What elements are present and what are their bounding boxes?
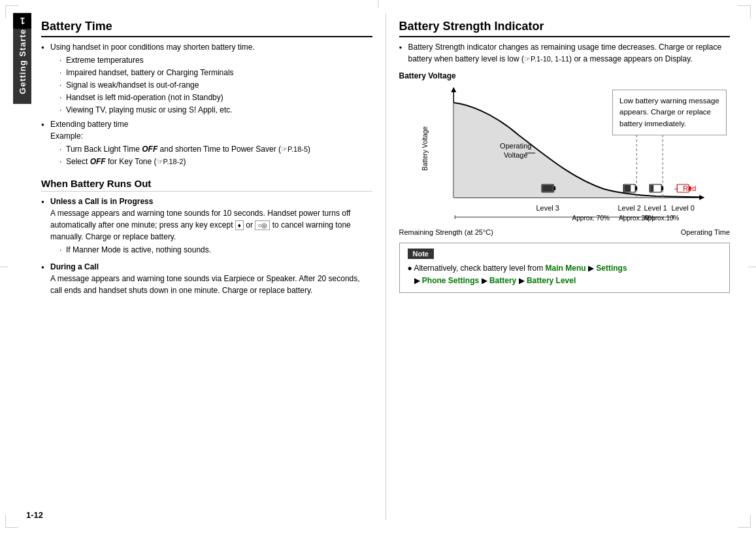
sub-text: Viewing TV, playing music or using S! Ap… xyxy=(66,105,233,114)
intro-text: Battery Strength indicator changes as re… xyxy=(408,43,722,63)
list-item: Battery Strength indicator changes as re… xyxy=(399,41,731,65)
list-item: Turn Back Light Time OFF and shorten Tim… xyxy=(57,143,372,155)
list-item: If Manner Mode is active, nothing sounds… xyxy=(57,244,372,256)
list-item: Extreme temperatures xyxy=(57,54,372,66)
sidebar-tab: 1 Getting Started xyxy=(13,13,31,104)
highlight-settings: Settings xyxy=(596,264,627,273)
bold-bullet-text: Unless a Call is in Progress xyxy=(50,197,153,206)
sub-text: Select OFF for Key Tone (☞P.18-2) xyxy=(66,157,186,166)
warning-box: Low battery warning message appears. Cha… xyxy=(612,90,727,135)
sub-list: If Manner Mode is active, nothing sounds… xyxy=(57,244,372,256)
arrow-3: ▶ xyxy=(479,276,489,285)
corner-mark-bl xyxy=(5,515,18,528)
svg-text:Level 3: Level 3 xyxy=(536,204,559,212)
svg-rect-17 xyxy=(661,186,663,190)
svg-rect-15 xyxy=(624,185,631,192)
when-battery-runs-out-title: When Battery Runs Out xyxy=(41,178,372,192)
battery-strength-title: Battery Strength Indicator xyxy=(399,20,731,37)
note-intro: Alternatively, check battery level from xyxy=(414,264,545,273)
sub-text: Turn Back Light Time OFF and shorten Tim… xyxy=(66,145,310,154)
list-item: Impaired handset, battery or Charging Te… xyxy=(57,67,372,78)
right-column: Battery Strength Indicator Battery Stren… xyxy=(386,13,737,520)
sidebar-wrapper: 1 Getting Started xyxy=(13,13,31,520)
chart-area: Low battery warning message appears. Cha… xyxy=(399,83,731,227)
battery-strength-list: Battery Strength indicator changes as re… xyxy=(399,41,731,65)
svg-rect-11 xyxy=(553,186,555,190)
battery-time-title: Battery Time xyxy=(41,20,372,37)
highlight-phone-settings: Phone Settings xyxy=(422,276,479,285)
tick-right xyxy=(748,266,756,267)
tab-number: 1 xyxy=(13,13,31,29)
chart-title: Battery Voltage xyxy=(399,71,731,80)
list-item: Unless a Call is in Progress A message a… xyxy=(41,196,372,256)
bullet-text: Extending battery time xyxy=(50,120,128,129)
tick-top xyxy=(378,0,378,8)
list-item: Signal is weak/handset is out-of-range xyxy=(57,79,372,91)
operating-time-label: Operating Time xyxy=(681,228,730,236)
svg-marker-2 xyxy=(451,87,456,92)
svg-rect-14 xyxy=(635,186,637,190)
left-column: Battery Time Using handset in poor condi… xyxy=(31,13,386,520)
svg-text:Approx.10%: Approx.10% xyxy=(644,215,680,222)
corner-mark-tr xyxy=(738,5,751,18)
arrow-4: ▶ xyxy=(516,276,527,285)
svg-rect-12 xyxy=(542,185,553,192)
main-content: 1 Getting Started Battery Time Using han… xyxy=(0,0,756,533)
sub-text: Signal is weak/handset is out-of-range xyxy=(66,80,199,90)
list-item: Using handset in poor conditions may sho… xyxy=(41,41,372,116)
svg-text:Level 0: Level 0 xyxy=(671,204,694,212)
corner-mark-br xyxy=(738,515,751,528)
content-area: Battery Time Using handset in poor condi… xyxy=(31,13,736,520)
chart-labels-row: Remaining Strength (at 25°C) Operating T… xyxy=(399,228,731,236)
page-number: 1-12 xyxy=(26,510,43,520)
svg-text:Voltage: Voltage xyxy=(503,151,527,159)
battery-time-list: Using handset in poor conditions may sho… xyxy=(41,41,372,167)
remaining-strength-label: Remaining Strength (at 25°C) xyxy=(399,228,493,236)
sub-text: Handset is left mid-operation (not in St… xyxy=(66,93,223,102)
paragraph-text: A message appears and warning tone sound… xyxy=(50,274,360,295)
svg-rect-18 xyxy=(650,185,653,192)
arrow-2: ▶ xyxy=(414,276,422,285)
svg-text:Red: Red xyxy=(683,184,696,192)
svg-text:Battery Voltage: Battery Voltage xyxy=(421,126,429,171)
list-item: Extending battery time Example: Turn Bac… xyxy=(41,118,372,167)
list-item: Handset is left mid-operation (not in St… xyxy=(57,92,372,103)
list-item: Viewing TV, playing music or using S! Ap… xyxy=(57,104,372,116)
highlight-battery: Battery xyxy=(489,276,516,285)
tick-left xyxy=(0,266,8,267)
sub-list: Extreme temperatures Impaired handset, b… xyxy=(57,54,372,116)
bullet-text: Using handset in poor conditions may sho… xyxy=(50,43,255,52)
svg-text:Level 2: Level 2 xyxy=(617,204,640,212)
arrow-1: ▶ xyxy=(586,264,597,273)
note-text: ● Alternatively, check battery level fro… xyxy=(408,262,722,287)
sub-list: Turn Back Light Time OFF and shorten Tim… xyxy=(57,143,372,167)
sidebar-tab-label: Getting Started xyxy=(18,23,27,94)
sub-text: Extreme temperatures xyxy=(66,56,144,65)
page-container: 1 Getting Started Battery Time Using han… xyxy=(0,0,756,533)
svg-text:Operating: Operating xyxy=(500,142,531,150)
paragraph-text: A message appears and warning tone sound… xyxy=(50,209,351,241)
list-item: Select OFF for Key Tone (☞P.18-2) xyxy=(57,156,372,167)
bold-bullet-text: During a Call xyxy=(50,262,99,271)
svg-text:Level 1: Level 1 xyxy=(644,204,666,212)
example-label: Example: xyxy=(50,131,83,141)
list-item: During a Call A message appears and warn… xyxy=(41,261,372,296)
highlight-battery-level: Battery Level xyxy=(527,276,576,285)
when-battery-list: Unless a Call is in Progress A message a… xyxy=(41,196,372,296)
chart-container: Battery Voltage Low battery warning mess… xyxy=(399,71,731,236)
sub-text: Impaired handset, battery or Charging Te… xyxy=(66,68,234,77)
svg-text:Approx. 70%: Approx. 70% xyxy=(572,215,609,222)
note-box: Note ● Alternatively, check battery leve… xyxy=(399,243,731,293)
sub-text: If Manner Mode is active, nothing sounds… xyxy=(66,245,211,254)
note-label: Note xyxy=(408,249,434,259)
highlight-main-menu: Main Menu xyxy=(546,264,586,273)
warning-text: Low battery warning message appears. Cha… xyxy=(619,97,719,128)
